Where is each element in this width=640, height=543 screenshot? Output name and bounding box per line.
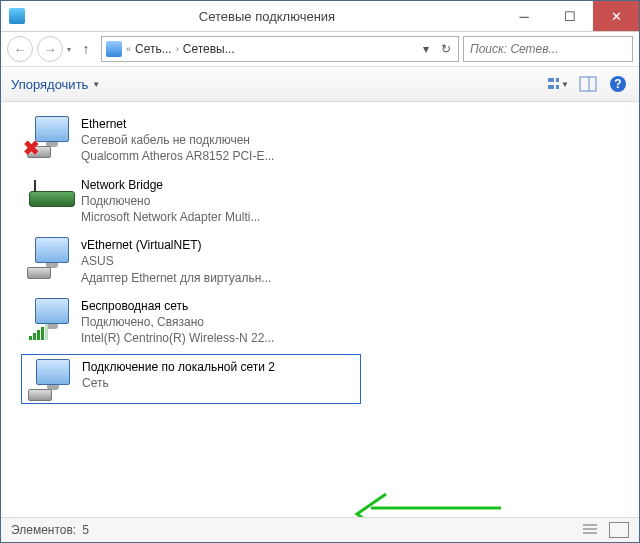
details-view-icon[interactable]: [581, 522, 599, 539]
search-input[interactable]: [468, 41, 628, 57]
window-controls: ─ ☐ ✕: [501, 1, 639, 31]
status-count: 5: [82, 523, 89, 537]
connection-name: Беспроводная сеть: [81, 298, 274, 314]
content-area: ✖ Ethernet Сетевой кабель не подключен Q…: [1, 102, 639, 517]
svg-rect-3: [556, 85, 559, 89]
connection-device: Адаптер Ethernet для виртуальн...: [81, 270, 271, 286]
forward-button[interactable]: →: [37, 36, 63, 62]
navigation-bar: ← → ▾ ↑ « Сеть... › Сетевы... ▾ ↻: [1, 32, 639, 67]
wifi-icon: [27, 298, 75, 338]
preview-pane-icon[interactable]: [577, 73, 599, 95]
organize-menu[interactable]: Упорядочить ▼: [11, 77, 100, 92]
status-label: Элементов:: [11, 523, 76, 537]
window-icon: [9, 8, 25, 24]
connection-device: Intel(R) Centrino(R) Wireless-N 22...: [81, 330, 274, 346]
status-bar: Элементов: 5: [1, 517, 639, 542]
large-icons-view-icon[interactable]: [609, 522, 629, 538]
history-dropdown-icon[interactable]: ▾: [67, 45, 71, 54]
connection-device: Microsoft Network Adapter Multi...: [81, 209, 260, 225]
connection-name: Network Bridge: [81, 177, 260, 193]
location-icon: [106, 41, 122, 57]
titlebar: Сетевые подключения ─ ☐ ✕: [1, 1, 639, 32]
connection-item-selected[interactable]: Подключение по локальной сети 2 Сеть: [21, 354, 361, 404]
close-button[interactable]: ✕: [593, 1, 639, 31]
connection-device: Qualcomm Atheros AR8152 PCI-E...: [81, 148, 274, 164]
connection-item[interactable]: vEthernet (VirtualNET) ASUS Адаптер Ethe…: [21, 233, 361, 290]
connection-status: ASUS: [81, 253, 271, 269]
search-box[interactable]: [463, 36, 633, 62]
connection-item[interactable]: ✖ Ethernet Сетевой кабель не подключен Q…: [21, 112, 361, 169]
connection-name: Подключение по локальной сети 2: [82, 359, 275, 375]
minimize-button[interactable]: ─: [501, 1, 547, 31]
ethernet-disconnected-icon: ✖: [27, 116, 75, 156]
breadcrumb-sep-icon: «: [126, 44, 131, 54]
window-title: Сетевые подключения: [33, 9, 501, 24]
breadcrumb-part[interactable]: Сетевы...: [183, 42, 235, 56]
connection-device: Сеть: [82, 375, 275, 391]
chevron-down-icon: ▼: [92, 80, 100, 89]
help-icon[interactable]: ?: [607, 73, 629, 95]
svg-rect-0: [548, 78, 554, 82]
svg-text:?: ?: [614, 77, 621, 91]
ethernet-icon: [27, 237, 75, 277]
breadcrumb-part[interactable]: Сеть...: [135, 42, 172, 56]
svg-rect-4: [580, 77, 596, 91]
organize-label: Упорядочить: [11, 77, 88, 92]
bridge-icon: [27, 177, 75, 217]
svg-rect-2: [548, 85, 554, 89]
view-options-icon[interactable]: ▼: [547, 73, 569, 95]
chevron-right-icon: ›: [176, 44, 179, 54]
connection-name: vEthernet (VirtualNET): [81, 237, 271, 253]
address-bar[interactable]: « Сеть... › Сетевы... ▾ ↻: [101, 36, 459, 62]
address-dropdown-icon[interactable]: ▾: [418, 42, 434, 56]
annotation-arrow-icon: [351, 500, 511, 517]
svg-rect-1: [556, 78, 559, 82]
connection-item[interactable]: Беспроводная сеть Подключено, Связано In…: [21, 294, 361, 351]
connection-status: Подключено: [81, 193, 260, 209]
connection-status: Сетевой кабель не подключен: [81, 132, 274, 148]
connection-status: Подключено, Связано: [81, 314, 274, 330]
maximize-button[interactable]: ☐: [547, 1, 593, 31]
back-button[interactable]: ←: [7, 36, 33, 62]
toolbar: Упорядочить ▼ ▼ ?: [1, 67, 639, 102]
ethernet-icon: [28, 359, 76, 399]
connection-item[interactable]: Network Bridge Подключено Microsoft Netw…: [21, 173, 361, 230]
refresh-icon[interactable]: ↻: [438, 42, 454, 56]
window-frame: Сетевые подключения ─ ☐ ✕ ← → ▾ ↑ « Сеть…: [0, 0, 640, 543]
connection-name: Ethernet: [81, 116, 274, 132]
up-button[interactable]: ↑: [75, 38, 97, 60]
